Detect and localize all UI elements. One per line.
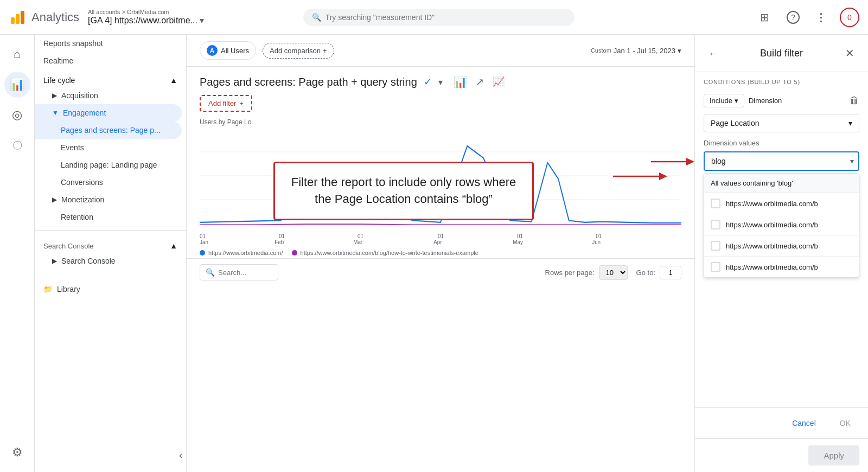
nav-home[interactable]: ⌂	[4, 41, 30, 67]
nav-settings[interactable]: ⚙	[4, 439, 30, 465]
home-icon: ⌂	[14, 47, 21, 61]
avatar-label: 0	[847, 13, 852, 22]
account-name[interactable]: [GA 4] https://www.orbitme... ▾	[88, 15, 204, 25]
search-console-section-header[interactable]: Search Console ▲	[35, 235, 186, 252]
nav-divider	[35, 230, 186, 231]
library-icon: 📁	[43, 285, 53, 294]
help-button[interactable]: ?	[783, 8, 803, 27]
nav-advertising[interactable]: 〇	[4, 132, 30, 158]
table-search[interactable]: 🔍	[200, 264, 278, 280]
svg-rect-0	[11, 17, 15, 24]
filter-checkbox-4[interactable]	[711, 262, 720, 272]
nav-reports[interactable]: 📊	[4, 72, 30, 98]
filter-checkbox-2[interactable]	[711, 220, 720, 229]
filter-option-3[interactable]: https://www.orbitmedia.com/b	[704, 235, 859, 257]
apply-button[interactable]: Apply	[808, 445, 859, 465]
date-range-selector[interactable]: Custom Jan 1 - Jul 15, 2023 ▾	[591, 47, 681, 55]
delete-button[interactable]: 🗑	[850, 95, 859, 106]
page-title: Pages and screens: Page path + query str…	[200, 76, 417, 88]
breadcrumb: All accounts > OrbitMedia.com	[88, 9, 204, 15]
content-area: A All Users Add comparison + Custom Jan …	[187, 35, 694, 472]
svg-marker-20	[659, 173, 667, 180]
cancel-button[interactable]: Cancel	[783, 414, 825, 432]
svg-text:01: 01	[596, 233, 602, 240]
account-info: All accounts > OrbitMedia.com [GA 4] htt…	[88, 9, 204, 25]
grid-icon: ⊞	[760, 11, 769, 24]
sidebar-item-reports-snapshot[interactable]: Reports snapshot	[35, 35, 182, 52]
legend-item-1: https://www.orbitmedia.com/	[200, 250, 283, 256]
all-users-avatar: A	[207, 45, 218, 56]
nav-explore[interactable]: ◎	[4, 102, 30, 128]
blog-input-arrow-icon[interactable]: ▾	[846, 152, 858, 170]
filter-dropdown-header: All values containing 'blog'	[704, 174, 859, 193]
add-filter-button[interactable]: Add filter +	[200, 95, 252, 112]
panel-close-button[interactable]: ✕	[840, 43, 859, 63]
reports-snapshot-label: Reports snapshot	[43, 39, 103, 48]
legend-dot-1	[200, 250, 205, 256]
sidebar-item-acquisition[interactable]: ▶ Acquisition	[35, 87, 182, 104]
more-menu-button[interactable]: ⋮	[812, 8, 831, 27]
bottom-bar: 🔍 Rows per page: 10 Go to: 1	[187, 258, 694, 286]
back-icon: ←	[708, 47, 719, 60]
legend-dot-2	[292, 250, 297, 256]
chart-icon[interactable]: 📊	[454, 75, 467, 88]
all-users-button[interactable]: A All Users	[200, 41, 256, 60]
search-console-section-label: Search Console	[43, 242, 94, 250]
settings-icon: ⚙	[12, 445, 23, 460]
panel-footer: Cancel OK	[695, 407, 868, 438]
sidebar-item-engagement[interactable]: ▼ Engagement	[35, 104, 182, 122]
dimension-label: Dimension	[749, 97, 845, 105]
check-icon: ✓	[424, 76, 432, 88]
filter-url-3: https://www.orbitmedia.com/b	[726, 242, 818, 250]
sidebar-item-realtime[interactable]: Realtime	[35, 52, 182, 69]
filter-checkbox-3[interactable]	[711, 241, 720, 251]
share-icon[interactable]: ↗	[476, 76, 484, 88]
sidebar-item-landing-page[interactable]: Landing page: Landing page	[35, 156, 182, 174]
ok-button[interactable]: OK	[831, 414, 859, 432]
sidebar-item-monetization[interactable]: ▶ Monetization	[35, 191, 182, 208]
page-location-arrow-icon: ▾	[848, 119, 852, 127]
include-arrow-icon: ▾	[735, 97, 738, 105]
filter-url-4: https://www.orbitmedia.com/b	[726, 263, 818, 271]
app-title: Analytics	[31, 10, 79, 24]
include-label: Include	[710, 97, 732, 105]
page-title-area: Pages and screens: Page path + query str…	[187, 67, 694, 93]
blog-input-container: blog ▾	[704, 151, 859, 171]
sidebar-item-events[interactable]: Events	[35, 139, 182, 156]
filter-checkbox-1[interactable]	[711, 199, 720, 208]
sidebar-item-retention[interactable]: Retention	[35, 208, 182, 226]
avatar-button[interactable]: 0	[840, 8, 859, 27]
graph-icon[interactable]: 📈	[493, 76, 505, 88]
main-area: ⌂ 📊 ◎ 〇 ⚙ Reports snapshot Realtime	[0, 35, 868, 472]
sidebar-item-pages-screens[interactable]: Pages and screens: Page p...	[35, 122, 182, 139]
lifecycle-section-header[interactable]: Life cycle ▲	[35, 69, 186, 87]
all-users-label: All Users	[221, 47, 249, 55]
add-comparison-button[interactable]: Add comparison +	[263, 43, 334, 59]
sidebar-collapse-button[interactable]: ‹	[179, 450, 182, 461]
go-to-input[interactable]: 1	[660, 266, 681, 279]
search-console-collapse-icon: ▲	[170, 241, 177, 250]
global-search-bar[interactable]: 🔍	[303, 9, 575, 26]
apply-section: Apply	[695, 438, 868, 472]
table-search-input[interactable]	[218, 269, 272, 277]
filter-option-4[interactable]: https://www.orbitmedia.com/b	[704, 257, 859, 277]
blog-input-field[interactable]: blog	[705, 152, 846, 170]
search-icon-small: 🔍	[206, 268, 215, 277]
chevron-right-icon-2: ▶	[52, 196, 57, 203]
sidebar-item-library[interactable]: 📁 Library	[35, 280, 182, 298]
sidebar-item-conversions[interactable]: Conversions	[35, 174, 182, 191]
include-dropdown-button[interactable]: Include ▾	[704, 94, 744, 107]
svg-text:Apr: Apr	[433, 239, 442, 246]
title-expand-icon[interactable]: ▾	[438, 77, 443, 87]
account-dropdown-icon[interactable]: ▾	[200, 15, 204, 25]
filter-option-1[interactable]: https://www.orbitmedia.com/b	[704, 193, 859, 214]
panel-back-button[interactable]: ←	[704, 43, 723, 63]
search-input[interactable]	[326, 13, 566, 22]
collapse-icon: ‹	[179, 450, 182, 461]
page-location-select[interactable]: Page Location ▾	[704, 114, 859, 132]
go-to-control: Go to: 1	[636, 266, 681, 279]
rows-per-page-select[interactable]: 10	[599, 265, 628, 280]
filter-option-2[interactable]: https://www.orbitmedia.com/b	[704, 214, 859, 235]
sidebar-item-search-console[interactable]: ▶ Search Console	[35, 252, 182, 270]
grid-icon-button[interactable]: ⊞	[755, 8, 775, 27]
